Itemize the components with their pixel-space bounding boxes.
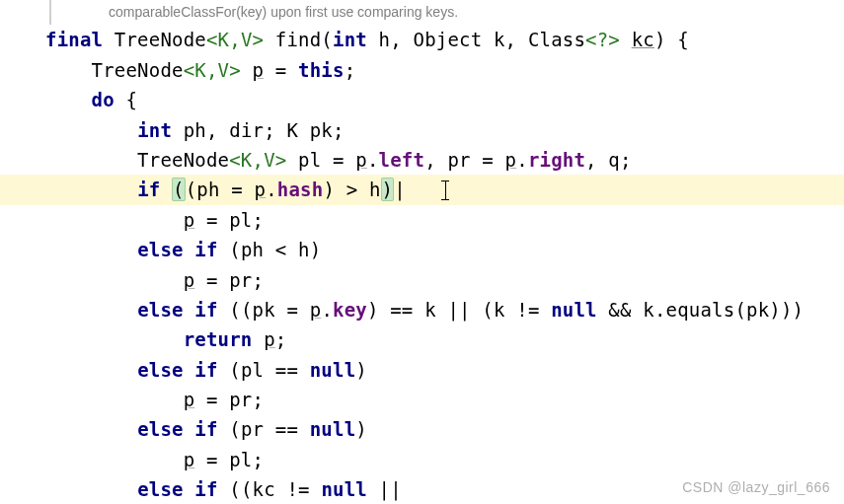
code-line-12: else if (pl == null): [45, 359, 367, 381]
doc-comment-text: comparableClassFor(key) upon first use c…: [109, 4, 458, 20]
text-caret-icon: [445, 180, 446, 200]
code-line-14: else if (pr == null): [45, 418, 367, 440]
code-line-6-highlighted: if ((ph = p.hash) > h)|: [0, 175, 844, 204]
kw-final: final: [45, 29, 103, 50]
code-line-11: return p;: [45, 328, 286, 350]
code-line-10: else if ((pk = p.key) == k || (k != null…: [45, 299, 804, 321]
code-line-8: else if (ph < h): [45, 239, 321, 260]
code-line-2: TreeNode<K,V> p = this;: [45, 59, 355, 81]
cursor-marker: |: [394, 179, 406, 200]
code-line-16: else if ((kc != null ||: [45, 478, 402, 500]
doc-comment: comparableClassFor(key) upon first use c…: [49, 0, 844, 25]
code-line-15: p = pl;: [45, 449, 264, 470]
code-line-5: TreeNode<K,V> pl = p.left, pr = p.right,…: [45, 149, 632, 171]
code-line-1: final TreeNode<K,V> find(int h, Object k…: [45, 29, 689, 50]
code-line-7: p = pl;: [45, 209, 264, 231]
code-line-4: int ph, dir; K pk;: [45, 119, 345, 141]
bracket-highlight-close: ): [381, 178, 395, 201]
code-line-13: p = pr;: [45, 389, 264, 410]
code-line-9: p = pr;: [45, 269, 264, 291]
code-line-3: do {: [45, 89, 137, 110]
bracket-highlight-open: (: [172, 178, 186, 201]
code-block[interactable]: final TreeNode<K,V> find(int h, Object k…: [0, 25, 844, 504]
